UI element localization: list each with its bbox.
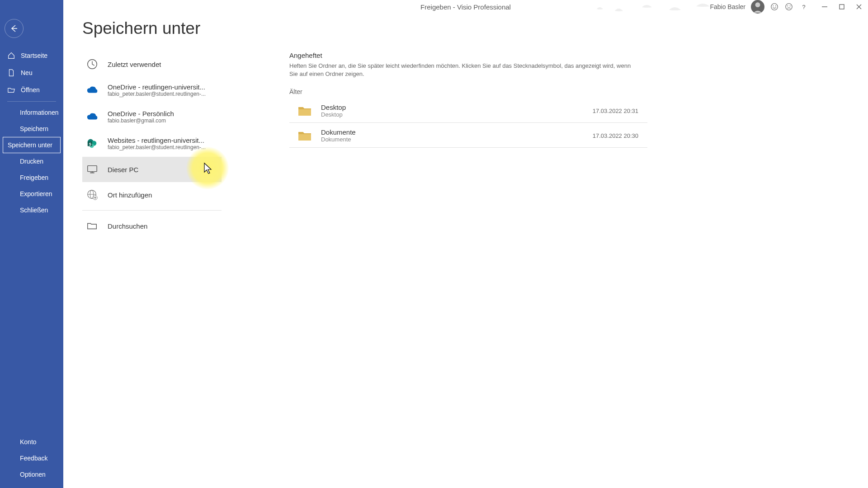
- sharepoint-icon: S: [86, 137, 99, 150]
- folder-row-desktop[interactable]: Desktop Desktop 17.03.2022 20:31: [289, 98, 647, 123]
- folder-name: Desktop: [321, 103, 346, 111]
- nav-item-account[interactable]: Konto: [0, 434, 63, 450]
- maximize-button[interactable]: [837, 2, 846, 11]
- smile-icon[interactable]: [770, 2, 779, 11]
- nav-label: Neu: [21, 69, 33, 76]
- nav-item-export[interactable]: Exportieren: [0, 186, 63, 202]
- location-add-place[interactable]: Ort hinzufügen: [82, 182, 222, 207]
- nav-item-home[interactable]: Startseite: [0, 47, 63, 64]
- globe-plus-icon: [86, 188, 99, 201]
- folder-icon: [297, 105, 312, 117]
- minimize-button[interactable]: [820, 2, 829, 11]
- sad-icon[interactable]: [784, 2, 793, 11]
- location-sublabel: fabio.basler@gmail.com: [108, 117, 174, 124]
- location-label: Durchsuchen: [108, 222, 147, 230]
- folder-date: 17.03.2022 20:30: [593, 132, 647, 139]
- nav-item-feedback[interactable]: Feedback: [0, 450, 63, 466]
- nav-item-close[interactable]: Schließen: [0, 202, 63, 218]
- location-label: OneDrive - Persönlich: [108, 110, 174, 117]
- location-sublabel: fabio_peter.basler@student.reutlingen-..…: [108, 144, 206, 150]
- folder-path: Desktop: [321, 111, 346, 118]
- user-name: Fabio Basler: [710, 3, 745, 10]
- svg-rect-20: [90, 173, 94, 174]
- nav-item-open[interactable]: Öffnen: [0, 81, 63, 99]
- folder-row-documents[interactable]: Dokumente Dokumente 17.03.2022 20:30: [289, 123, 647, 148]
- nav-label: Optionen: [20, 471, 46, 478]
- nav-item-saveas[interactable]: Speichern unter: [3, 137, 61, 153]
- svg-point-1: [771, 4, 778, 10]
- nav-label: Speichern unter: [8, 141, 52, 149]
- svg-text:S: S: [89, 141, 92, 146]
- svg-rect-9: [840, 5, 844, 9]
- folder-name: Dokumente: [321, 128, 356, 136]
- back-button[interactable]: [5, 19, 24, 38]
- pinned-description: Heften Sie Ordner an, die Sie später lei…: [289, 62, 633, 78]
- svg-point-5: [787, 5, 788, 6]
- cursor-icon: [203, 162, 213, 175]
- nav-label: Startseite: [21, 52, 47, 59]
- open-icon: [7, 86, 15, 94]
- svg-text:?: ?: [802, 4, 806, 10]
- nav-item-options[interactable]: Optionen: [0, 466, 63, 483]
- folder-open-icon: [86, 220, 99, 232]
- home-icon: [7, 52, 15, 60]
- location-this-pc[interactable]: Dieser PC: [82, 157, 222, 182]
- location-label: Ort hinzufügen: [108, 191, 152, 199]
- backstage-sidebar: Startseite Neu Öffnen Informationen Spei…: [0, 0, 63, 488]
- folder-path: Dokumente: [321, 136, 356, 143]
- nav-item-save[interactable]: Speichern: [0, 121, 63, 137]
- doc-icon: [7, 69, 15, 77]
- nav-label: Konto: [20, 438, 37, 446]
- svg-point-6: [790, 5, 791, 6]
- nav-label: Feedback: [20, 455, 47, 462]
- location-onedrive-business[interactable]: OneDrive - reutlingen-universit... fabio…: [82, 77, 222, 103]
- location-onedrive-personal[interactable]: OneDrive - Persönlich fabio.basler@gmail…: [82, 103, 222, 130]
- location-sharepoint-sites[interactable]: S Websites - reutlingen-universit... fab…: [82, 130, 222, 157]
- cloud-icon: [86, 84, 99, 97]
- nav-item-new[interactable]: Neu: [0, 64, 63, 81]
- location-sublabel: fabio_peter.basler@student.reutlingen-..…: [108, 91, 206, 97]
- save-locations: Zuletzt verwendet OneDrive - reutlingen-…: [82, 52, 222, 239]
- nav-label: Freigeben: [20, 174, 48, 181]
- avatar[interactable]: [751, 0, 764, 14]
- pc-icon: [86, 163, 99, 176]
- location-label: OneDrive - reutlingen-universit...: [108, 83, 206, 91]
- decorative-birds: [592, 1, 728, 15]
- location-label: Websites - reutlingen-universit...: [108, 136, 206, 144]
- close-button[interactable]: [854, 2, 863, 11]
- svg-point-3: [775, 5, 776, 6]
- folder-list-panel: Angeheftet Heften Sie Ordner an, die Sie…: [289, 52, 647, 148]
- nav-label: Informationen: [20, 109, 59, 116]
- nav-label: Exportieren: [20, 190, 52, 197]
- nav-label: Öffnen: [21, 86, 40, 94]
- svg-point-0: [755, 2, 760, 7]
- svg-point-4: [786, 4, 792, 10]
- nav-item-print[interactable]: Drucken: [0, 153, 63, 169]
- nav-label: Speichern: [20, 125, 48, 132]
- main-content: Speichern unter Zuletzt verwendet OneDri…: [63, 0, 868, 488]
- location-label: Dieser PC: [108, 166, 138, 174]
- location-recent[interactable]: Zuletzt verwendet: [82, 52, 222, 77]
- folder-date: 17.03.2022 20:31: [593, 108, 647, 114]
- nav-label: Schließen: [20, 206, 48, 214]
- location-label: Zuletzt verwendet: [108, 61, 161, 68]
- help-icon[interactable]: ?: [799, 2, 808, 11]
- nav-label: Drucken: [20, 158, 43, 165]
- cloud-icon: [86, 111, 99, 123]
- svg-point-2: [773, 5, 774, 6]
- nav-item-share[interactable]: Freigeben: [0, 169, 63, 186]
- nav-item-info[interactable]: Informationen: [0, 104, 63, 121]
- window-title: Freigeben - Visio Professional: [420, 3, 511, 11]
- location-browse[interactable]: Durchsuchen: [82, 213, 222, 239]
- folder-icon: [297, 130, 312, 141]
- pinned-header: Angeheftet: [289, 52, 647, 59]
- title-bar: Freigeben - Visio Professional Fabio Bas…: [63, 0, 868, 14]
- clock-icon: [86, 58, 99, 70]
- older-header: Älter: [289, 88, 647, 95]
- svg-rect-19: [88, 166, 97, 172]
